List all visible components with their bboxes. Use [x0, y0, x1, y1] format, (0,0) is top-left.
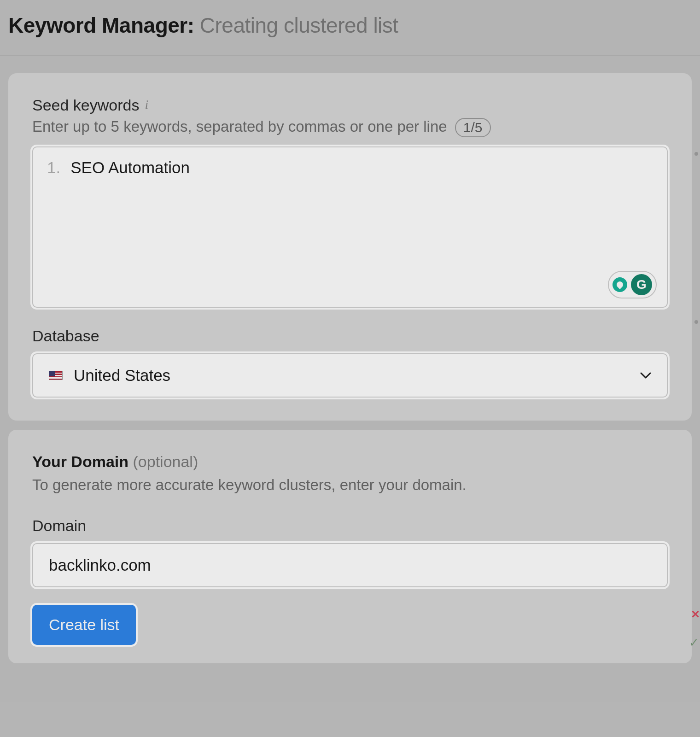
domain-card: Your Domain (optional) To generate more … [8, 430, 692, 663]
side-dot-indicator [694, 320, 698, 324]
page-header: Keyword Manager: Creating clustered list [0, 0, 700, 56]
keyword-line: 1. SEO Automation [47, 158, 653, 177]
domain-input-value: backlinko.com [49, 556, 151, 574]
chevron-down-icon [640, 369, 651, 381]
grammarly-bulb-icon[interactable] [612, 277, 627, 292]
database-selected-text: United States [74, 366, 170, 385]
domain-optional: (optional) [128, 453, 198, 470]
seed-label-row: Seed keywords i [32, 96, 668, 114]
domain-heading-row: Your Domain (optional) [32, 453, 668, 471]
domain-label: Domain [32, 517, 668, 535]
page-title: Keyword Manager: Creating clustered list [8, 13, 692, 38]
database-label: Database [32, 327, 668, 345]
page-title-prefix: Keyword Manager: [8, 13, 194, 37]
domain-input[interactable]: backlinko.com [32, 543, 668, 587]
side-dot-indicator [694, 152, 698, 156]
database-select-left: United States [49, 366, 170, 385]
seed-keywords-card: Seed keywords i Enter up to 5 keywords, … [8, 73, 692, 421]
keyword-line-text: SEO Automation [70, 158, 190, 177]
seed-helper-content: Enter up to 5 keywords, separated by com… [32, 118, 447, 135]
grammarly-widget[interactable]: G [608, 271, 657, 298]
us-flag-icon [49, 371, 63, 380]
create-list-button[interactable]: Create list [32, 605, 136, 645]
database-select[interactable]: United States [32, 353, 668, 398]
page-title-suffix: Creating clustered list [194, 13, 398, 37]
side-check-icon: ✓ [689, 636, 699, 650]
side-x-icon: ✕ [691, 608, 700, 621]
seed-counter-badge: 1/5 [455, 118, 491, 137]
seed-helper-text: Enter up to 5 keywords, separated by com… [32, 118, 668, 137]
seed-keywords-label: Seed keywords [32, 96, 139, 114]
domain-heading: Your Domain [32, 453, 128, 470]
seed-keywords-textarea[interactable]: 1. SEO Automation G [32, 146, 668, 308]
keyword-line-number: 1. [47, 158, 60, 177]
domain-helper-text: To generate more accurate keyword cluste… [32, 476, 668, 494]
info-icon[interactable]: i [145, 97, 148, 112]
grammarly-g-icon[interactable]: G [631, 274, 652, 295]
